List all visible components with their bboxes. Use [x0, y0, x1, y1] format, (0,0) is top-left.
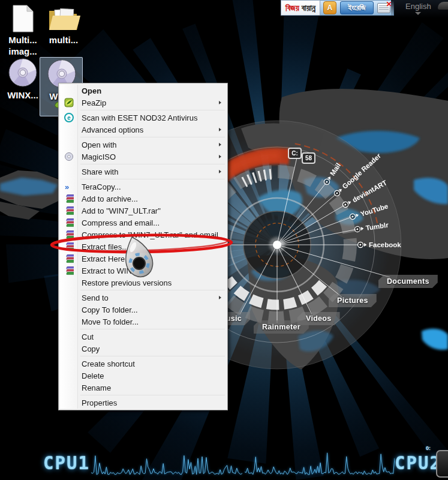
menu-icon-empty [64, 383, 74, 392]
winrar-icon [64, 218, 74, 227]
drive-c-badge[interactable]: C: [288, 148, 302, 159]
menu-separator [80, 329, 225, 329]
menu-item-open[interactable]: Open [60, 85, 226, 97]
menu-item-label: Send to [82, 293, 109, 302]
gadget-shield-icon[interactable] [436, 450, 448, 478]
menu-item-copy[interactable]: Copy [60, 343, 226, 355]
tag-documents[interactable]: Documents [378, 275, 438, 288]
menu-item-label: Create shortcut [82, 359, 135, 368]
menu-separator [80, 110, 225, 110]
menu-icon-empty [64, 125, 74, 134]
hud-link-label: Facebook [369, 241, 401, 248]
dock-handle[interactable] [438, 2, 448, 10]
menu-item-cut[interactable]: Cut [60, 331, 226, 343]
menu-item-label: Copy [82, 344, 100, 353]
menu-item-label: Properties [82, 398, 117, 407]
menu-item-magiciso[interactable]: MagicISO [60, 151, 226, 163]
gadget-counter: 0: [426, 445, 431, 451]
keyboard-mode-button[interactable]: ইংরেজি [340, 1, 374, 14]
menu-item-label: Open [82, 86, 101, 95]
menu-item-add-to-archive[interactable]: Add to archive... [60, 193, 226, 205]
menu-item-label: Move To folder... [82, 317, 139, 326]
chevron-down-icon [415, 12, 421, 15]
menu-icon-empty [64, 344, 74, 353]
cpu-meter-bar: CPU1 CPU2 0: [0, 445, 448, 480]
winrar-icon [64, 206, 74, 215]
winrar-icon [64, 266, 74, 275]
menu-icon-empty [64, 317, 74, 326]
menu-item-label: Share with [82, 167, 118, 176]
menu-item-label: Advanced options [82, 125, 143, 134]
cpu1-label: CPU1 [43, 452, 90, 473]
menu-icon-empty [64, 167, 74, 176]
menu-icon-empty [64, 398, 74, 407]
menu-icon-empty [64, 140, 74, 149]
menu-separator [80, 356, 225, 356]
menu-item-compress-email[interactable]: Compress and email... [60, 217, 226, 229]
menu-icon-empty [64, 371, 74, 380]
cpu2-graph [245, 451, 395, 479]
menu-item-add-to-rar[interactable]: Add to "WIN7_ULT.rar" [60, 205, 226, 217]
peazip-icon [64, 98, 74, 107]
menu-item-create-shortcut[interactable]: Create shortcut [60, 358, 226, 370]
bijoy-language-toolbar: বিজয় বায়ান্ন A ইংরেজি ✕ [281, 0, 394, 16]
tag-pictures[interactable]: Pictures [329, 294, 377, 307]
magiciso-icon [64, 152, 74, 161]
menu-item-label: Copy To folder... [82, 305, 138, 314]
menu-item-delete[interactable]: Delete [60, 370, 226, 382]
submenu-arrow-icon [219, 296, 221, 299]
menu-separator [80, 137, 225, 137]
menu-icon-empty [64, 305, 74, 314]
menu-separator [80, 164, 225, 164]
menu-item-label: Add to "WIN7_ULT.rar" [82, 206, 161, 215]
menu-item-label: Compress and email... [82, 218, 160, 227]
menu-item-properties[interactable]: Properties [60, 397, 226, 409]
menu-icon-empty [64, 332, 74, 341]
keyboard-disable-icon[interactable]: ✕ [377, 3, 390, 13]
svg-text:»: » [65, 182, 69, 191]
document-icon [11, 5, 35, 32]
language-status-label: English [405, 2, 431, 11]
submenu-arrow-icon [219, 170, 221, 173]
menu-icon-empty [64, 293, 74, 302]
submenu-arrow-icon [219, 155, 221, 158]
menu-item-label: PeaZip [82, 98, 106, 107]
menu-separator [80, 395, 225, 395]
cpu2-label: CPU2 [395, 452, 441, 473]
menu-item-label: Delete [82, 371, 104, 380]
bijoy-brand: বিজয় বায়ান্ন [281, 0, 320, 16]
menu-item-label: Open with [82, 140, 117, 149]
svg-text:e: e [67, 115, 71, 121]
menu-item-share-with[interactable]: Share with [60, 166, 226, 178]
winrar-icon [64, 194, 74, 203]
menu-item-rename[interactable]: Rename [60, 382, 226, 394]
menu-item-peazip[interactable]: PeaZip [60, 97, 226, 109]
menu-item-open-with[interactable]: Open with [60, 139, 226, 151]
menu-item-copy-to-folder[interactable]: Copy To folder... [60, 304, 226, 316]
menu-item-label: Rename [82, 383, 111, 392]
desktop-icon-multi-folder[interactable]: multi... [41, 5, 86, 46]
avro-keyboard-icon[interactable]: A [323, 1, 336, 14]
keyboard-panel: A ইংরেজি ✕ [320, 0, 394, 16]
menu-item-teracopy[interactable]: »TeraCopy... [60, 181, 226, 193]
menu-item-advanced-options[interactable]: Advanced options [60, 124, 226, 136]
menu-item-send-to[interactable]: Send to [60, 292, 226, 304]
menu-separator [80, 290, 225, 290]
cpu1-graph [91, 455, 242, 479]
teracopy-icon: » [64, 182, 74, 191]
menu-item-label: TeraCopy... [82, 182, 121, 191]
submenu-arrow-icon [219, 101, 221, 104]
menu-separator [80, 179, 225, 179]
folder-icon [47, 5, 80, 32]
menu-item-move-to-folder[interactable]: Move To folder... [60, 316, 226, 328]
menu-item-label: Scan with ESET NOD32 Antivirus [82, 113, 197, 122]
menu-item-scan-eset[interactable]: eScan with ESET NOD32 Antivirus [60, 112, 226, 124]
desktop-icon-multi-images[interactable]: Multi...imag... [0, 5, 46, 57]
submenu-arrow-icon [219, 143, 221, 146]
drive-usage-badge[interactable]: 58 [302, 152, 315, 164]
menu-icon-empty [64, 278, 74, 287]
menu-item-label: Cut [82, 332, 94, 341]
menu-item-label: MagicISO [82, 152, 116, 161]
submenu-arrow-icon [219, 128, 221, 131]
tag-rainmeter[interactable]: Rainmeter [254, 320, 309, 334]
